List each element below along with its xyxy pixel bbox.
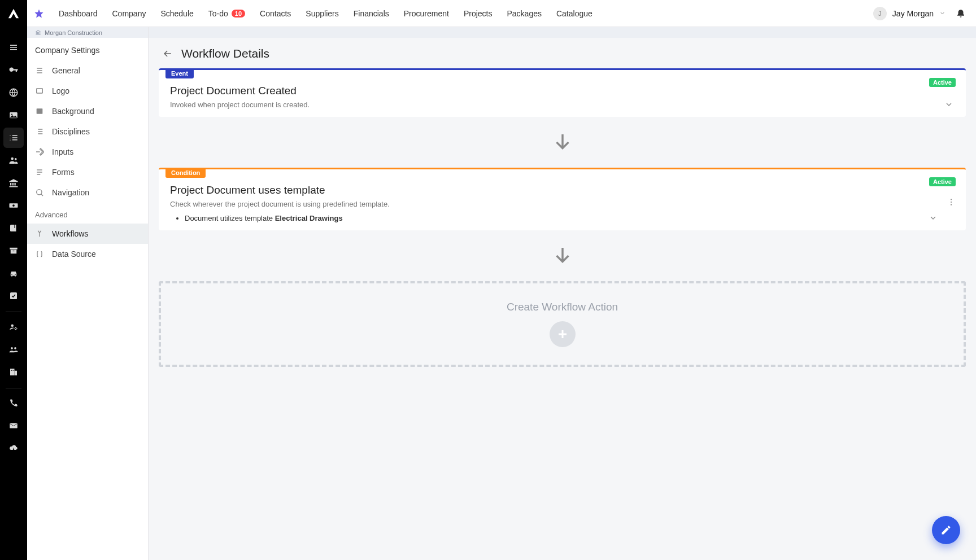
nav-contacts[interactable]: Contacts <box>260 9 291 18</box>
sidebar-item-background[interactable]: Background <box>27 101 148 121</box>
svg-rect-20 <box>15 371 18 375</box>
condition-title: Project Document uses template <box>170 184 955 196</box>
rail-archive-icon[interactable] <box>3 240 24 261</box>
sidebar-item-label: Data Source <box>52 250 96 259</box>
nav-schedule[interactable]: Schedule <box>160 9 193 18</box>
nav-packages[interactable]: Packages <box>507 9 541 18</box>
status-badge: Active <box>929 177 956 186</box>
sidebar-item-label: General <box>52 66 80 75</box>
rail-car-icon[interactable] <box>3 263 24 283</box>
rail-money-icon[interactable] <box>3 195 24 216</box>
svg-point-29 <box>951 204 952 205</box>
sidebar-item-forms[interactable]: Forms <box>27 162 148 182</box>
rail-numbered-list-icon[interactable] <box>3 128 24 148</box>
nav-financials[interactable]: Financials <box>354 9 389 18</box>
svg-point-26 <box>37 190 42 195</box>
condition-desc: Check wherever the project document is u… <box>170 200 955 208</box>
sidebar-item-datasource[interactable]: Data Source <box>27 244 148 264</box>
svg-point-4 <box>11 158 14 160</box>
svg-rect-21 <box>11 370 12 371</box>
flow-arrow-icon <box>159 230 966 281</box>
sidebar-item-label: Logo <box>52 86 69 95</box>
rail-people-icon[interactable] <box>3 150 24 170</box>
status-badge: Active <box>929 78 956 87</box>
event-tag: Event <box>165 68 194 78</box>
nav-todo[interactable]: To-do10 <box>208 9 245 18</box>
nav-company[interactable]: Company <box>112 9 146 18</box>
chevron-down-icon[interactable] <box>929 213 938 222</box>
rail-building-icon[interactable] <box>3 362 24 382</box>
flow-arrow-icon <box>159 117 966 168</box>
top-nav: Dashboard Company Schedule To-do10 Conta… <box>27 0 976 27</box>
rail-globe-icon[interactable] <box>3 82 24 103</box>
sidebar-item-logo[interactable]: Logo <box>27 81 148 101</box>
svg-point-27 <box>951 199 952 200</box>
svg-rect-11 <box>13 251 15 251</box>
rail-phone-icon[interactable] <box>3 393 24 413</box>
workflow-condition-card: Condition Active Project Document uses t… <box>159 168 966 230</box>
svg-rect-10 <box>11 250 17 254</box>
user-avatar[interactable]: J <box>873 7 887 20</box>
rail-book-icon[interactable] <box>3 218 24 238</box>
nav-suppliers[interactable]: Suppliers <box>306 9 338 18</box>
sidebar-subtitle-advanced: Advanced <box>27 203 148 224</box>
svg-point-15 <box>11 325 14 327</box>
sidebar-item-label: Inputs <box>52 147 73 156</box>
svg-point-18 <box>14 347 16 349</box>
rail-list-icon[interactable] <box>3 37 24 58</box>
event-desc: Invoked when project document is created… <box>170 100 955 109</box>
svg-point-5 <box>15 158 17 160</box>
sidebar-item-workflows[interactable]: Workflows <box>27 224 148 244</box>
svg-point-28 <box>951 202 952 203</box>
rail-image-icon[interactable] <box>3 105 24 125</box>
rail-cloud-icon[interactable] <box>3 438 24 458</box>
svg-point-12 <box>11 274 12 275</box>
svg-rect-14 <box>10 292 17 299</box>
breadcrumb-label: Morgan Construction <box>45 29 102 36</box>
sidebar-item-label: Forms <box>52 168 75 177</box>
sidebar-item-disciplines[interactable]: Disciplines <box>27 121 148 142</box>
rail-bank-icon[interactable] <box>3 173 24 193</box>
sidebar-item-label: Disciplines <box>52 127 90 136</box>
rail-key-icon[interactable] <box>3 60 24 80</box>
svg-rect-9 <box>10 248 18 250</box>
create-action-placeholder[interactable]: Create Workflow Action <box>159 281 966 367</box>
breadcrumb[interactable]: Morgan Construction <box>27 27 148 38</box>
nav-projects[interactable]: Projects <box>464 9 493 18</box>
svg-rect-23 <box>10 423 18 428</box>
rail-group-icon[interactable] <box>3 339 24 360</box>
svg-point-3 <box>11 113 12 115</box>
user-name[interactable]: Jay Morgan <box>892 9 934 18</box>
svg-point-16 <box>15 328 16 330</box>
rail-user-gear-icon[interactable] <box>3 317 24 337</box>
chevron-down-icon[interactable] <box>944 100 953 109</box>
sidebar-title: Company Settings <box>27 38 148 60</box>
svg-rect-8 <box>15 225 16 228</box>
more-vert-icon[interactable] <box>947 198 956 207</box>
sidebar-item-label: Workflows <box>52 229 88 238</box>
svg-point-0 <box>11 69 12 71</box>
sidebar-item-general[interactable]: General <box>27 60 148 81</box>
sidebar-item-inputs[interactable]: Inputs <box>27 142 148 162</box>
svg-rect-22 <box>13 370 14 371</box>
sidebar-item-navigation[interactable]: Navigation <box>27 182 148 203</box>
nav-dashboard[interactable]: Dashboard <box>59 9 98 18</box>
event-title: Project Document Created <box>170 85 955 97</box>
app-logo[interactable] <box>4 5 23 24</box>
bell-icon[interactable] <box>956 8 966 19</box>
chevron-down-icon[interactable] <box>939 10 945 16</box>
app-rail <box>0 0 27 560</box>
rail-check-icon[interactable] <box>3 286 24 306</box>
star-icon[interactable] <box>34 8 44 19</box>
nav-procurement[interactable]: Procurement <box>404 9 449 18</box>
back-arrow-icon[interactable] <box>162 48 173 59</box>
nav-catalogue[interactable]: Catalogue <box>556 9 592 18</box>
todo-badge: 10 <box>232 10 245 18</box>
plus-circle-icon <box>550 321 576 347</box>
sidebar-item-label: Navigation <box>52 188 89 197</box>
main-body: Workflow Details Event Active Project Do… <box>149 27 976 560</box>
fab-edit-button[interactable] <box>932 516 960 544</box>
rail-mail-icon[interactable] <box>3 415 24 436</box>
sidebar-item-label: Background <box>52 107 94 116</box>
settings-sidebar: Morgan Construction Company Settings Gen… <box>27 27 149 560</box>
